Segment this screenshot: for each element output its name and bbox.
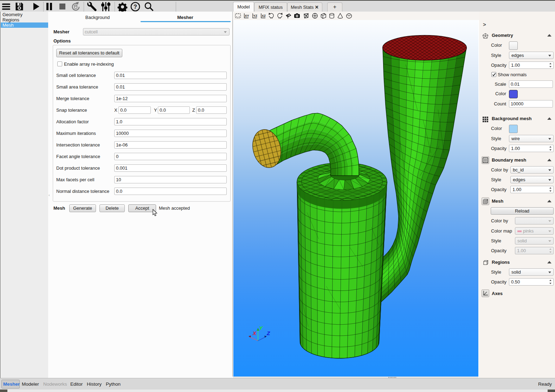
svg-text:XY: XY <box>245 14 249 18</box>
svg-text:YZ: YZ <box>253 14 258 18</box>
svg-text:XZ: XZ <box>262 14 266 18</box>
svg-text:X: X <box>252 330 257 336</box>
svg-text:Z: Z <box>266 330 270 336</box>
svg-text:?: ? <box>134 4 137 10</box>
